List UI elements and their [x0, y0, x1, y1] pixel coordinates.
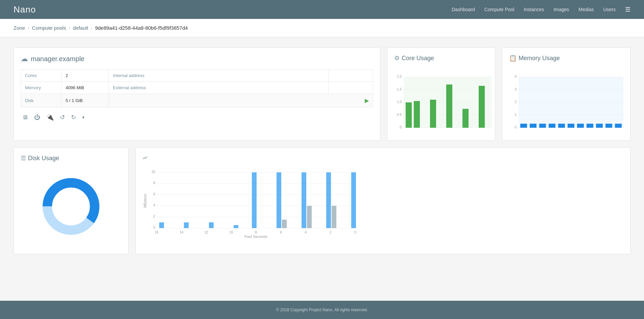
- svg-rect-70: [282, 220, 287, 228]
- nav-instances[interactable]: Instances: [524, 7, 544, 12]
- svg-rect-38: [615, 124, 622, 128]
- donut-container: [21, 166, 121, 247]
- power-icon[interactable]: ⏻: [34, 114, 40, 121]
- svg-rect-28: [520, 124, 527, 128]
- disk-arrow-icon[interactable]: ▶: [365, 97, 369, 104]
- breadcrumb-sep-3: ›: [91, 25, 92, 30]
- disk-arrow-cell: ▶: [109, 94, 373, 107]
- svg-text:14: 14: [180, 230, 184, 234]
- reload-icon-1[interactable]: ↺: [60, 114, 65, 121]
- svg-text:8: 8: [153, 181, 155, 185]
- reload-icon-2[interactable]: ↻: [71, 114, 76, 121]
- cpu-icon: ⚙: [394, 54, 400, 62]
- svg-text:2: 2: [330, 230, 332, 234]
- network-card: MBytes/s 0 2 4 6 8 10 16 14 12: [135, 147, 630, 254]
- breadcrumb: Zone › Compute pools › default › 9de89a4…: [14, 25, 630, 31]
- breadcrumb-bar: Zone › Compute pools › default › 9de89a4…: [0, 19, 644, 37]
- monitor-icon[interactable]: 🖥: [22, 114, 28, 121]
- svg-text:2: 2: [515, 100, 517, 104]
- svg-text:0: 0: [153, 226, 155, 229]
- nav-images[interactable]: Images: [553, 7, 569, 12]
- cloud-icon: ☁: [21, 54, 28, 63]
- svg-text:1.5: 1.5: [397, 88, 402, 91]
- svg-rect-72: [307, 206, 312, 228]
- memory-icon: 📋: [509, 54, 517, 62]
- svg-text:MBytes/s: MBytes/s: [143, 194, 147, 207]
- breadcrumb-instance-id: 9de89a41-d258-44a8-80b6-f5df9f3857d4: [95, 25, 188, 31]
- svg-text:1: 1: [515, 113, 517, 117]
- svg-rect-15: [462, 109, 469, 128]
- svg-rect-65: [184, 222, 189, 228]
- memory-label: Memory: [21, 82, 62, 94]
- app-logo: Nano: [14, 4, 36, 15]
- disk-label: Disk: [21, 94, 62, 107]
- svg-rect-27: [519, 77, 623, 128]
- network-chart-icon: [142, 155, 148, 161]
- svg-text:12: 12: [204, 230, 208, 234]
- svg-text:4: 4: [153, 203, 155, 207]
- svg-text:0: 0: [354, 230, 356, 234]
- svg-text:6: 6: [280, 230, 282, 234]
- footer-text: © 2018 Copyright Project Nano. All right…: [276, 308, 368, 312]
- external-address-label: External address: [109, 82, 329, 94]
- core-usage-title-row: ⚙ Core Usage: [394, 54, 488, 62]
- svg-text:8: 8: [255, 230, 257, 234]
- memory-usage-title: Memory Usage: [519, 55, 560, 62]
- svg-rect-34: [577, 124, 584, 128]
- disk-donut-chart: [37, 173, 105, 240]
- top-row: ☁ manager.example Cores 2 Internal addre…: [14, 47, 630, 141]
- memory-row: Memory 4096 MiB External address: [21, 82, 373, 94]
- svg-rect-11: [406, 102, 412, 128]
- plug-icon[interactable]: 🔌: [46, 114, 54, 121]
- nav-users[interactable]: Users: [603, 7, 616, 12]
- svg-text:10: 10: [229, 230, 233, 234]
- header: Nano Dashboard Compute Pool Instances Im…: [0, 0, 644, 19]
- internal-address-value: [328, 70, 373, 82]
- svg-rect-69: [277, 172, 281, 228]
- memory-usage-title-row: 📋 Memory Usage: [509, 54, 623, 62]
- breadcrumb-compute-pools[interactable]: Compute pools: [32, 25, 66, 31]
- svg-rect-32: [558, 124, 565, 128]
- svg-rect-74: [332, 206, 336, 228]
- menu-icon[interactable]: ☰: [625, 6, 630, 13]
- instance-info-table: Cores 2 Internal address Memory 4096 MiB…: [21, 69, 373, 107]
- network-usage-chart: MBytes/s 0 2 4 6 8 10 16 14 12: [142, 164, 359, 238]
- svg-text:Past Seconds: Past Seconds: [244, 235, 267, 238]
- svg-text:10: 10: [151, 170, 156, 174]
- cores-value: 2: [62, 70, 109, 82]
- svg-text:3: 3: [515, 88, 517, 91]
- instance-card: ☁ manager.example Cores 2 Internal addre…: [14, 47, 380, 141]
- svg-text:4: 4: [515, 75, 517, 78]
- svg-rect-66: [209, 222, 214, 228]
- disk-value: 5 / 1 GiB: [62, 94, 109, 107]
- breadcrumb-zone[interactable]: Zone: [14, 25, 25, 31]
- disk-usage-title-row: ☰ Disk Usage: [21, 154, 121, 162]
- svg-rect-16: [479, 86, 485, 128]
- svg-rect-35: [587, 124, 593, 128]
- memory-usage-chart: 0 1 2 3 4: [509, 66, 624, 133]
- svg-text:0: 0: [515, 125, 517, 129]
- nav-compute-pool[interactable]: Compute Pool: [484, 7, 515, 12]
- external-address-value: [328, 82, 373, 94]
- breadcrumb-default[interactable]: default: [73, 25, 88, 31]
- svg-rect-64: [159, 222, 164, 228]
- nav-dashboard[interactable]: Dashboard: [452, 7, 475, 12]
- bottom-row: ☰ Disk Usage: [14, 147, 630, 254]
- svg-rect-12: [414, 101, 420, 128]
- svg-rect-67: [234, 225, 238, 228]
- disk-usage-card: ☰ Disk Usage: [14, 147, 128, 254]
- svg-text:0.5: 0.5: [397, 113, 402, 117]
- cores-label: Cores: [21, 70, 62, 82]
- cores-row: Cores 2 Internal address: [21, 70, 373, 82]
- disk-row: Disk 5 / 1 GiB ▶: [21, 94, 373, 107]
- nav-medias[interactable]: Medias: [578, 7, 594, 12]
- svg-text:2: 2: [153, 215, 155, 218]
- memory-usage-card: 📋 Memory Usage 0 1 2 3 4: [502, 47, 630, 141]
- svg-text:1.0: 1.0: [397, 100, 402, 104]
- svg-text:2.0: 2.0: [397, 75, 402, 78]
- memory-value: 4096 MiB: [62, 82, 109, 94]
- svg-rect-75: [351, 172, 356, 228]
- instance-title-row: ☁ manager.example: [21, 54, 373, 63]
- svg-text:6: 6: [153, 192, 155, 196]
- more-dropdown[interactable]: ▾: [82, 115, 85, 120]
